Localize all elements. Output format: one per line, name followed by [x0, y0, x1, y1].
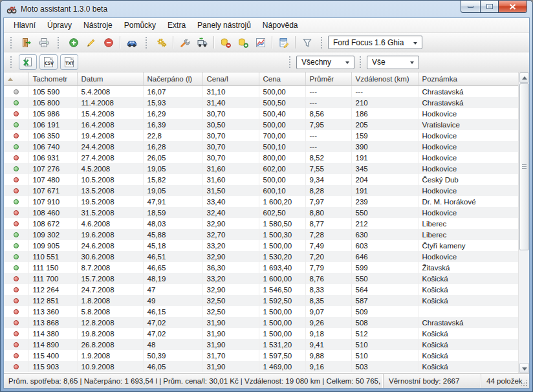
minimize-button[interactable]	[461, 1, 481, 13]
cell-vzdalenost: 239	[351, 196, 418, 207]
cell-tachometr: 109 905	[28, 240, 77, 251]
table-row[interactable]: 111 150 8.7.2008 46,65 36,30 1 693,40 7,…	[4, 262, 519, 273]
header-status-sort[interactable]	[4, 72, 28, 86]
expense-remove-button[interactable]	[217, 35, 234, 50]
menu-item-upravy[interactable]: Úpravy	[41, 19, 78, 32]
table-row[interactable]: 112 264 24.7.2008 47 32,90 1 546,50 8,33…	[4, 284, 519, 295]
header-datum[interactable]: Datum	[77, 72, 143, 86]
scroll-up-button[interactable]	[519, 72, 529, 83]
table-row[interactable]: 107 276 4.5.2008 19,05 31,60 602,00 7,55…	[4, 163, 519, 174]
toolbar-separator	[295, 36, 296, 49]
cell-poznamka: Hodkovice	[418, 152, 519, 163]
close-icon	[509, 4, 516, 10]
menu-item-napoveda[interactable]: Nápověda	[257, 19, 304, 32]
table-row[interactable]: 107 910 19.5.2008 47,91 33,40 1 600,20 7…	[4, 196, 519, 207]
table-row[interactable]: 114 380 19.8.2008 47,02 31,90 1 500,00 9…	[4, 328, 519, 339]
table-row[interactable]: 107 671 13.5.2008 19,05 31,50 600,10 8,2…	[4, 185, 519, 196]
maximize-button[interactable]	[481, 1, 498, 13]
toolbar-grip[interactable]	[10, 56, 14, 68]
table-row[interactable]: 105 590 5.4.2008 16,07 31,10 500,00 --- …	[4, 86, 519, 98]
toolbar-grip[interactable]	[360, 56, 363, 68]
header-cena[interactable]: Cena	[259, 72, 305, 86]
table-row[interactable]: 108 672 4.6.2008 48,03 32,90 1 580,50 8,…	[4, 218, 519, 229]
service-button[interactable]	[177, 35, 193, 50]
table-row[interactable]: 115 903 10.9.2008 46,05 31,90 1 469,00 9…	[4, 361, 519, 372]
cell-cena: 1 500,00	[259, 240, 305, 251]
toolbar-grip[interactable]	[321, 37, 324, 49]
menu-item-nastroje[interactable]: Nástroje	[78, 19, 118, 32]
cell-vzdalenost: 390	[351, 141, 418, 152]
table-row[interactable]: 109 302 19.6.2008 45,88 32,70 1 500,30 7…	[4, 229, 519, 240]
cell-vzdalenost: ---	[351, 86, 418, 98]
table-row[interactable]: 106 350 19.4.2008 22,8 30,70 700,00 --- …	[4, 130, 519, 141]
table-row[interactable]: 105 986 15.4.2008 16,29 30,70 500,40 8,5…	[4, 108, 519, 119]
table-row[interactable]: 107 480 10.5.2008 15,82 31,60 500,00 9,3…	[4, 174, 519, 185]
titlebar[interactable]: Moto assistant 1.3.0 beta	[1, 1, 532, 17]
cell-vzdalenost: 587	[351, 295, 418, 306]
table-row[interactable]: 111 700 15.7.2008 48,19 33,20 1 600,00 8…	[4, 273, 519, 284]
expense-add-button[interactable]	[235, 35, 251, 50]
table-row[interactable]: 109 905 24.6.2008 45,18 33,20 1 500,00 7…	[4, 240, 519, 251]
vehicle-select[interactable]: Ford Focus 1.6 Ghia	[328, 36, 422, 49]
cell-datum: 30.6.2008	[77, 251, 143, 262]
table-row[interactable]: 113 868 12.8.2008 47,02 31,90 1 500,00 9…	[4, 317, 519, 328]
exit-button[interactable]	[18, 35, 34, 50]
vertical-scrollbar[interactable]	[518, 72, 529, 373]
scroll-down-button[interactable]	[519, 363, 529, 373]
header-poznamka[interactable]: Poznámka	[418, 72, 519, 86]
menu-item-panely-nastroju[interactable]: Panely nástrojů	[191, 19, 257, 32]
status-dot	[14, 331, 19, 336]
menu-item-extra[interactable]: Extra	[162, 19, 191, 32]
header-vzdalenost[interactable]: Vzdálenost (km)	[351, 72, 418, 86]
status-dot	[14, 320, 19, 325]
vehicle-button[interactable]	[124, 35, 140, 50]
notes-button[interactable]	[276, 35, 292, 50]
type-filter-select[interactable]: Vše	[367, 56, 419, 69]
header-tachometr[interactable]: Tachometr	[28, 72, 77, 86]
statistics-button[interactable]	[252, 35, 268, 50]
delete-record-button[interactable]	[100, 35, 116, 50]
edit-record-button[interactable]	[83, 35, 99, 50]
cell-cena: 500,50	[259, 97, 305, 108]
table-row[interactable]: 113 360 5.8.2008 46,15 32,50 1 500,00 9,…	[4, 306, 519, 317]
export-csv-button[interactable]: CSV	[39, 54, 58, 70]
cell-cena: 1 500,00	[259, 317, 305, 328]
table-row[interactable]: 108 460 31.5.2008 18,59 32,40 602,50 8,8…	[4, 207, 519, 218]
table-row[interactable]: 106 740 24.4.2008 16,28 30,70 500,10 ---…	[4, 141, 519, 152]
cell-prumer: ---	[305, 141, 351, 152]
period-filter-select[interactable]: Všechny	[296, 56, 354, 69]
table-row[interactable]: 105 800 11.4.2008 15,93 31,40 500,50 ---…	[4, 97, 519, 108]
cell-tachometr: 110 551	[28, 251, 77, 262]
header-cena-l[interactable]: Cena/l	[202, 72, 259, 86]
exit-icon	[21, 38, 32, 48]
header-prumer[interactable]: Průměr	[305, 72, 351, 86]
supplier-button[interactable]	[194, 35, 210, 50]
close-button[interactable]	[498, 1, 527, 13]
table-row[interactable]: 114 890 26.8.2008 48 31,90 1 531,20 9,41…	[4, 339, 519, 350]
scrollbar-thumb[interactable]	[519, 83, 529, 250]
cell-poznamka: Chrastavská	[418, 86, 519, 98]
header-nacerpano[interactable]: Načerpáno (l)	[143, 72, 202, 86]
cell-cena-l: 31,40	[202, 97, 259, 108]
settings-button[interactable]	[153, 35, 169, 50]
table-row[interactable]: 106 191 16.4.2008 16,39 30,50 500,00 7,9…	[4, 119, 519, 130]
toolbar-grip[interactable]	[289, 56, 292, 68]
toolbar-grip[interactable]	[10, 37, 14, 49]
menu-item-hlavni[interactable]: Hlavní	[8, 19, 41, 32]
toolbar-grip[interactable]	[58, 37, 61, 49]
export-txt-button[interactable]: TXT	[60, 54, 78, 70]
menu-item-pomucky[interactable]: Pomůcky	[118, 19, 162, 32]
table-row[interactable]: 115 400 1.9.2008 50,39 31,70 1 597,50 9,…	[4, 350, 519, 361]
table-row[interactable]: 106 931 27.4.2008 26,05 30,70 800,00 8,5…	[4, 152, 519, 163]
status-dot	[14, 342, 19, 347]
table-row[interactable]: 112 851 1.8.2008 49 32,50 1 592,50 8,35 …	[4, 295, 519, 306]
export-excel-button[interactable]	[19, 54, 37, 70]
truck-icon	[197, 38, 208, 48]
filter-button[interactable]	[299, 35, 315, 50]
add-record-button[interactable]	[65, 35, 82, 50]
cell-tachometr: 105 986	[28, 108, 77, 119]
toolbar-grip[interactable]	[146, 37, 149, 49]
print-button[interactable]	[36, 35, 52, 50]
cell-status	[4, 185, 28, 196]
table-row[interactable]: 110 551 30.6.2008 46,51 32,90 1 530,20 7…	[4, 251, 519, 262]
